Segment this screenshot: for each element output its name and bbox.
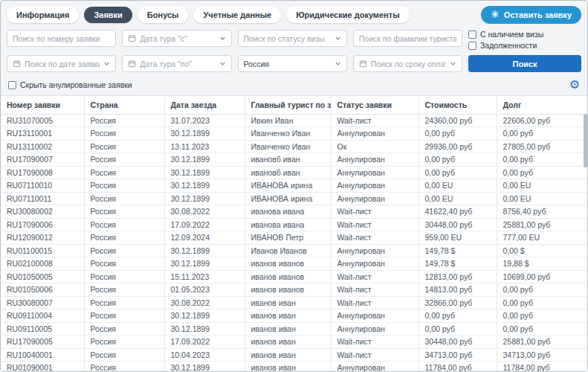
cell-main-tourist: иванов иван — [245, 322, 331, 336]
search-button[interactable]: Поиск — [468, 55, 581, 72]
table-row[interactable]: RU09110005Россия30.12.1899иванов иванАнн… — [1, 322, 587, 336]
cell-cost: 0,00 руб — [419, 166, 497, 179]
column-header-arrival-date[interactable]: Дата заезда — [164, 96, 245, 114]
table-row[interactable]: RU01100015Россия30.12.1899Иванов ИвановА… — [1, 244, 587, 257]
filter-payment-due[interactable]: Поиск по сроку оплаты — [353, 55, 462, 72]
table-row[interactable]: RU17090007Россия30.12.1899ивановб иванАн… — [1, 153, 587, 167]
filters-panel: Поиск по номеру заявкиДата тура "с"Поиск… — [1, 28, 587, 77]
table-row[interactable]: RU01050006Россия01.05.2023иванов ивановW… — [1, 283, 587, 297]
checkbox-box — [468, 42, 476, 50]
cell-debt: 34713,00 руб — [497, 348, 587, 362]
checkbox-debts[interactable]: Задолженности — [468, 41, 581, 50]
cell-arrival-date: 17.09.2022 — [164, 218, 245, 231]
table-row[interactable]: RU17090008Россия30.12.1899ивановб иванАн… — [1, 166, 587, 179]
column-label-arrival-date: Дата заезда — [171, 100, 217, 109]
table-row[interactable]: RU09110004Россия30.12.1899иванов иванАнн… — [1, 310, 587, 323]
table-row[interactable]: RU17090005Россия17.09.2022иванов иванWai… — [1, 336, 587, 349]
tab-info[interactable]: Информация — [7, 7, 79, 23]
filter-request-number[interactable]: Поиск по номеру заявки — [7, 30, 116, 47]
table-row[interactable]: RU13110002Россия13.11.2023Иванченко Иван… — [1, 140, 587, 153]
column-header-main-tourist[interactable]: Главный турист по заявке — [245, 96, 331, 114]
table-row[interactable]: RU12090012Россия12.09.2024ИВАНОВ ПетрWai… — [1, 231, 587, 245]
checkbox-with-visa-label: С наличием визы — [480, 30, 543, 39]
table-row[interactable]: RU01050005Россия15.11.2023иванов ивановW… — [1, 270, 587, 283]
table-row[interactable]: RU17090006Россия17.09.2022иванова иванаW… — [1, 218, 587, 231]
hide-cancelled-checkbox[interactable]: Скрыть анулированные заявки — [8, 80, 132, 89]
tab-requests[interactable]: Заявки — [84, 7, 132, 23]
cell-main-tourist: иванов иван — [245, 336, 331, 349]
cell-cost: 14813,00 руб — [419, 283, 497, 297]
cell-cost: 0,00 EU — [419, 179, 497, 193]
cell-main-tourist: иванов иван — [245, 296, 331, 310]
cell-debt: 22606,00 руб — [497, 114, 587, 127]
table-row[interactable]: RU01090001Россия30.12.1899иванов иванАнн… — [1, 362, 587, 372]
filter-visa-status[interactable]: Поиск по статусу визы — [238, 30, 347, 47]
checkbox-with-visa[interactable]: С наличием визы — [468, 30, 581, 39]
table-row[interactable]: RU31070005Россия31.07.2023Ивкин ИванWait… — [1, 114, 587, 127]
cell-cost: 41622,40 руб — [419, 205, 497, 219]
column-header-debt[interactable]: Долг — [497, 96, 587, 114]
cell-debt: 0,00 руб — [497, 296, 587, 310]
filter-visa-status-text: Поиск по статусу визы — [244, 34, 331, 43]
table-header-row: Номер заявкиСтранаДата заездаГлавный тур… — [1, 96, 587, 114]
cell-main-tourist: иванов иван — [245, 310, 331, 323]
cell-country: Россия — [84, 166, 164, 179]
table-row[interactable]: RU30080002Россия30.08.2022иванова иванаW… — [1, 205, 587, 219]
cell-status: Аннулирован — [331, 166, 419, 179]
cell-number: RU01100015 — [1, 244, 84, 257]
cell-debt: 25881,00 руб — [497, 218, 587, 231]
cell-main-tourist: ивановб иван — [245, 153, 331, 167]
filter-tourist-surname[interactable]: Поиск по фамилии туриста — [353, 30, 462, 47]
cell-arrival-date: 15.11.2023 — [164, 270, 245, 283]
cell-arrival-date: 30.12.1899 — [164, 257, 245, 271]
tab-credentials[interactable]: Учетные данные — [193, 7, 281, 23]
cell-country: Россия — [84, 192, 164, 205]
table-scrollbar[interactable] — [584, 96, 587, 371]
cell-number: RU17090005 — [1, 336, 84, 349]
column-label-status: Статус заявки — [337, 100, 392, 109]
cell-main-tourist: Ивкин Иван — [245, 114, 331, 127]
table-row[interactable]: RU10040001Россия10.04.2023иванов иванWai… — [1, 348, 587, 362]
column-header-number[interactable]: Номер заявки — [1, 96, 84, 114]
checkbox-box — [468, 31, 476, 39]
table-row[interactable]: RU30080007Россия30.08.2022иванов иванWai… — [1, 296, 587, 310]
cell-cost: 0,00 руб — [419, 153, 497, 167]
filter-request-date-text: Поиск по дате заявки — [25, 60, 100, 68]
scrollbar-thumb[interactable] — [584, 114, 587, 167]
tab-bonuses[interactable]: Бонусы — [138, 7, 189, 23]
cell-arrival-date: 30.12.1899 — [164, 127, 245, 141]
cell-debt: 0,00 руб — [497, 283, 587, 297]
table-row[interactable]: RU13110001Россия30.12.1899Иванченко Иван… — [1, 127, 587, 141]
checkbox-debts-label: Задолженности — [480, 41, 537, 50]
cell-cost: 34713,00 руб — [419, 348, 497, 362]
cell-cost: 0,00 EU — [419, 192, 497, 205]
column-header-cost[interactable]: Стоимость — [419, 96, 497, 114]
filter-tour-date-to[interactable]: Дата тура "по" — [122, 55, 231, 72]
cell-main-tourist: ИВАНОВА ирина — [245, 179, 331, 193]
table-row[interactable]: RU07110011Россия30.12.1899ИВАНОВА иринаА… — [1, 192, 587, 205]
column-header-status[interactable]: Статус заявки — [331, 96, 419, 114]
cell-arrival-date: 30.12.1899 — [164, 153, 245, 167]
tab-legal[interactable]: Юридические документы — [286, 7, 409, 23]
filter-country[interactable]: Россия — [238, 55, 347, 72]
cell-number: RU17090006 — [1, 218, 84, 231]
cell-cost: 0,00 руб — [419, 322, 497, 336]
settings-gear-icon[interactable]: ⚙ — [569, 79, 580, 91]
cell-status: Аннулирован — [331, 257, 419, 271]
cell-number: RU17090007 — [1, 153, 84, 167]
column-header-country[interactable]: Страна — [84, 96, 164, 114]
cell-main-tourist: иванов иванов — [245, 270, 331, 283]
table-row[interactable]: RU07110010Россия30.12.1899ИВАНОВА иринаА… — [1, 179, 587, 193]
cell-number: RU13110002 — [1, 140, 84, 153]
filter-tour-date-from[interactable]: Дата тура "с" — [122, 30, 231, 47]
filter-tour-date-to-text: Дата тура "по" — [140, 60, 215, 68]
cell-number: RU31070005 — [1, 114, 84, 127]
cell-status: Wait-лист — [331, 283, 419, 297]
filter-request-date[interactable]: Поиск по дате заявки — [7, 55, 116, 72]
cell-status: Аннулирован — [331, 153, 419, 167]
cell-arrival-date: 30.12.1899 — [164, 322, 245, 336]
cell-status: Wait-лист — [331, 231, 419, 245]
table-row[interactable]: RU02100008Россия30.12.1899иванов ивановА… — [1, 257, 587, 271]
leave-request-button[interactable]: Оставить заявку — [481, 6, 581, 24]
cell-debt: 27805,00 руб — [497, 140, 587, 153]
